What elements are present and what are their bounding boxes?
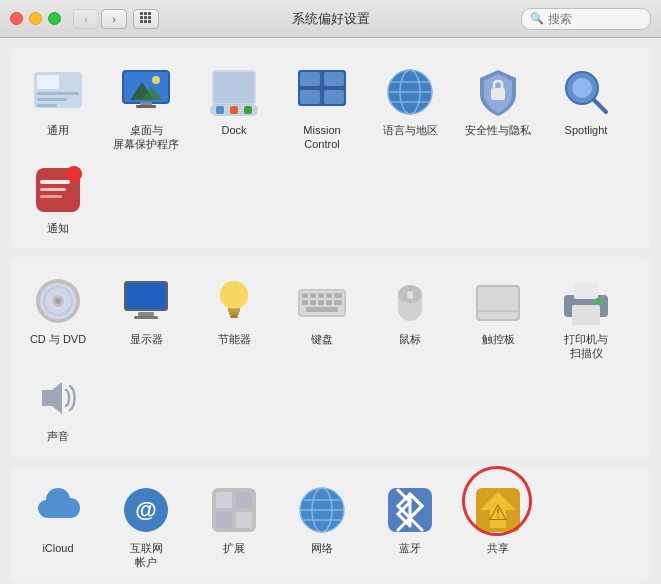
sound-label: 声音 [47, 429, 69, 443]
search-box[interactable]: 🔍 [521, 8, 651, 30]
general-label: 通用 [47, 123, 69, 137]
svg-rect-25 [230, 106, 238, 114]
internet-icon: @ [120, 484, 172, 536]
spotlight-icon [560, 66, 612, 118]
svg-point-85 [595, 298, 601, 304]
maximize-button[interactable] [48, 12, 61, 25]
cddvd-label: CD 与 DVD [30, 332, 86, 346]
icon-item-mission[interactable]: MissionControl [278, 58, 366, 156]
icon-item-network[interactable]: 网络 [278, 476, 366, 574]
window-title: 系统偏好设置 [292, 10, 370, 28]
icon-item-desktop[interactable]: 桌面与屏幕保护程序 [102, 58, 190, 156]
printer-icon [560, 275, 612, 327]
search-input[interactable] [548, 12, 638, 26]
icloud-label: iCloud [42, 541, 73, 555]
svg-rect-78 [407, 291, 413, 299]
svg-rect-83 [572, 305, 600, 325]
desktop-icon [120, 66, 172, 118]
svg-rect-73 [334, 300, 342, 305]
svg-rect-45 [40, 188, 66, 191]
trackpad-icon [472, 275, 524, 327]
section-hardware: CD 与 DVD 显示器 [10, 257, 651, 458]
svg-rect-69 [302, 300, 308, 305]
svg-rect-64 [302, 293, 308, 298]
cddvd-icon [32, 275, 84, 327]
icon-item-spotlight[interactable]: Spotlight [542, 58, 630, 156]
svg-rect-3 [140, 16, 143, 19]
svg-rect-46 [40, 195, 62, 198]
icon-item-general[interactable]: 通用 [14, 58, 102, 156]
icon-item-energy[interactable]: 节能器 [190, 267, 278, 365]
icon-item-extensions[interactable]: 扩展 [190, 476, 278, 574]
icon-item-language[interactable]: 语言与地区 [366, 58, 454, 156]
icon-item-internet[interactable]: @ 互联网帐户 [102, 476, 190, 574]
svg-rect-30 [300, 90, 320, 104]
energy-label: 节能器 [218, 332, 251, 346]
security-icon [472, 66, 524, 118]
svg-rect-67 [326, 293, 332, 298]
svg-rect-29 [324, 72, 344, 86]
svg-rect-20 [136, 105, 156, 108]
icon-item-display[interactable]: 显示器 [102, 267, 190, 365]
icon-item-cddvd[interactable]: CD 与 DVD [14, 267, 102, 365]
icons-row-hardware: CD 与 DVD 显示器 [14, 267, 647, 448]
display-icon [120, 275, 172, 327]
trackpad-label: 触控板 [482, 332, 515, 346]
content-area: 通用 桌面与屏幕保护程序 [0, 38, 661, 584]
sound-icon [32, 372, 84, 424]
svg-rect-11 [37, 92, 79, 95]
close-button[interactable] [10, 12, 23, 25]
svg-rect-68 [334, 293, 342, 298]
icon-item-trackpad[interactable]: 触控板 [454, 267, 542, 365]
svg-rect-22 [214, 72, 254, 103]
mouse-icon [384, 275, 436, 327]
printer-label: 打印机与扫描仪 [564, 332, 608, 361]
icon-item-security[interactable]: 安全性与隐私 [454, 58, 542, 156]
svg-point-61 [220, 281, 248, 309]
internet-label: 互联网帐户 [130, 541, 163, 570]
keyboard-label: 键盘 [311, 332, 333, 346]
svg-rect-10 [37, 75, 59, 89]
svg-rect-44 [40, 180, 70, 184]
icon-item-bluetooth[interactable]: 蓝牙 [366, 476, 454, 574]
svg-point-43 [66, 166, 82, 182]
svg-rect-0 [140, 12, 143, 15]
back-button[interactable]: ‹ [73, 9, 99, 29]
icons-row-internet: iCloud @ 互联网帐户 [14, 476, 647, 574]
svg-rect-5 [148, 16, 151, 19]
icon-item-notification[interactable]: 通知 [14, 156, 102, 239]
svg-marker-86 [42, 382, 62, 414]
svg-rect-26 [244, 106, 252, 114]
network-icon [296, 484, 348, 536]
svg-rect-70 [310, 300, 316, 305]
svg-rect-38 [491, 88, 505, 100]
icon-item-keyboard[interactable]: 键盘 [278, 267, 366, 365]
forward-button[interactable]: › [101, 9, 127, 29]
minimize-button[interactable] [29, 12, 42, 25]
notification-icon [32, 164, 84, 216]
icon-item-sound[interactable]: 声音 [14, 364, 102, 447]
svg-rect-7 [144, 20, 147, 23]
language-label: 语言与地区 [383, 123, 438, 137]
bluetooth-label: 蓝牙 [399, 541, 421, 555]
icon-item-icloud[interactable]: iCloud [14, 476, 102, 574]
svg-rect-31 [324, 90, 344, 104]
grid-view-button[interactable] [133, 9, 159, 29]
dock-icon [208, 66, 260, 118]
section-personal: 通用 桌面与屏幕保护程序 [10, 48, 651, 249]
icon-item-mouse[interactable]: 鼠标 [366, 267, 454, 365]
extensions-icon [208, 484, 260, 536]
extensions-label: 扩展 [223, 541, 245, 555]
icon-item-dock[interactable]: Dock [190, 58, 278, 156]
icon-item-printer[interactable]: 打印机与扫描仪 [542, 267, 630, 365]
svg-rect-66 [318, 293, 324, 298]
svg-rect-80 [478, 287, 518, 319]
svg-text:⚠: ⚠ [488, 500, 508, 525]
svg-rect-65 [310, 293, 316, 298]
network-label: 网络 [311, 541, 333, 555]
svg-text:@: @ [135, 497, 156, 522]
svg-rect-92 [216, 512, 232, 528]
icloud-icon [32, 484, 84, 536]
bluetooth-icon [384, 484, 436, 536]
icon-item-sharing[interactable]: ⚠ 共享 [454, 476, 542, 574]
